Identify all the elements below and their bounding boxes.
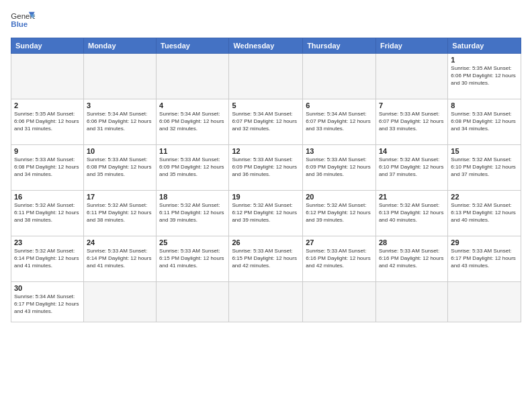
day-info: Sunrise: 5:33 AM Sunset: 6:16 PM Dayligh…: [379, 248, 445, 269]
day-number: 22: [451, 193, 518, 201]
calendar-cell: [157, 54, 229, 99]
day-number: 18: [159, 193, 226, 201]
day-number: 5: [232, 101, 300, 109]
calendar-cell: 27Sunrise: 5:33 AM Sunset: 6:16 PM Dayli…: [303, 236, 376, 282]
calendar-cell: 21Sunrise: 5:32 AM Sunset: 6:13 PM Dayli…: [375, 191, 447, 236]
calendar-cell: [375, 54, 447, 99]
day-info: Sunrise: 5:34 AM Sunset: 6:06 PM Dayligh…: [87, 111, 153, 132]
calendar-cell: 2Sunrise: 5:35 AM Sunset: 6:06 PM Daylig…: [11, 99, 84, 145]
calendar-cell: 19Sunrise: 5:32 AM Sunset: 6:12 PM Dayli…: [229, 191, 303, 236]
calendar-cell: 9Sunrise: 5:33 AM Sunset: 6:08 PM Daylig…: [11, 145, 84, 191]
day-number: 27: [306, 238, 373, 246]
day-info: Sunrise: 5:33 AM Sunset: 6:09 PM Dayligh…: [159, 156, 226, 178]
calendar-cell: [448, 282, 521, 322]
day-number: 14: [379, 147, 445, 155]
day-number: 7: [379, 101, 445, 109]
logo: General Blue: [11, 11, 35, 31]
calendar-cell: 14Sunrise: 5:32 AM Sunset: 6:10 PM Dayli…: [375, 145, 447, 191]
day-info: Sunrise: 5:32 AM Sunset: 6:12 PM Dayligh…: [232, 202, 300, 224]
calendar-week-row: 16Sunrise: 5:32 AM Sunset: 6:11 PM Dayli…: [11, 191, 521, 236]
calendar-cell: 23Sunrise: 5:32 AM Sunset: 6:14 PM Dayli…: [11, 236, 84, 282]
calendar-cell: [157, 282, 229, 322]
calendar-cell: 7Sunrise: 5:33 AM Sunset: 6:07 PM Daylig…: [375, 99, 447, 145]
day-info: Sunrise: 5:33 AM Sunset: 6:08 PM Dayligh…: [87, 156, 153, 178]
calendar-week-row: 2Sunrise: 5:35 AM Sunset: 6:06 PM Daylig…: [11, 99, 521, 145]
calendar-cell: 6Sunrise: 5:34 AM Sunset: 6:07 PM Daylig…: [303, 99, 376, 145]
day-number: 1: [451, 56, 518, 64]
calendar-cell: 26Sunrise: 5:33 AM Sunset: 6:15 PM Dayli…: [229, 236, 303, 282]
day-number: 21: [379, 193, 445, 201]
day-number: 13: [306, 147, 373, 155]
calendar-table: SundayMondayTuesdayWednesdayThursdayFrid…: [11, 38, 521, 322]
calendar-cell: 20Sunrise: 5:32 AM Sunset: 6:12 PM Dayli…: [303, 191, 376, 236]
calendar-cell: 22Sunrise: 5:32 AM Sunset: 6:13 PM Dayli…: [448, 191, 521, 236]
day-number: 2: [14, 101, 81, 109]
day-number: 25: [159, 238, 226, 246]
calendar-cell: 11Sunrise: 5:33 AM Sunset: 6:09 PM Dayli…: [157, 145, 229, 191]
day-number: 23: [14, 238, 81, 246]
day-number: 16: [14, 193, 81, 201]
day-number: 3: [87, 101, 153, 109]
day-info: Sunrise: 5:32 AM Sunset: 6:14 PM Dayligh…: [14, 248, 81, 269]
calendar-cell: [83, 54, 156, 99]
day-number: 17: [87, 193, 153, 201]
calendar-cell: [229, 282, 303, 322]
weekday-header-friday: Friday: [375, 38, 447, 54]
calendar-week-row: 9Sunrise: 5:33 AM Sunset: 6:08 PM Daylig…: [11, 145, 521, 191]
day-info: Sunrise: 5:34 AM Sunset: 6:07 PM Dayligh…: [306, 111, 373, 132]
calendar-cell: [83, 282, 156, 322]
calendar-cell: 10Sunrise: 5:33 AM Sunset: 6:08 PM Dayli…: [83, 145, 156, 191]
day-info: Sunrise: 5:33 AM Sunset: 6:14 PM Dayligh…: [87, 248, 153, 269]
day-info: Sunrise: 5:34 AM Sunset: 6:07 PM Dayligh…: [232, 111, 300, 132]
calendar-week-row: 30Sunrise: 5:34 AM Sunset: 6:17 PM Dayli…: [11, 282, 521, 322]
calendar-cell: [303, 54, 376, 99]
calendar-week-row: 1Sunrise: 5:35 AM Sunset: 6:06 PM Daylig…: [11, 54, 521, 99]
calendar-cell: 18Sunrise: 5:32 AM Sunset: 6:11 PM Dayli…: [157, 191, 229, 236]
calendar-cell: 8Sunrise: 5:33 AM Sunset: 6:08 PM Daylig…: [448, 99, 521, 145]
weekday-header-wednesday: Wednesday: [229, 38, 303, 54]
day-number: 19: [232, 193, 300, 201]
day-number: 26: [232, 238, 300, 246]
day-info: Sunrise: 5:33 AM Sunset: 6:09 PM Dayligh…: [306, 156, 373, 178]
header: General Blue: [11, 11, 521, 31]
page: General Blue SundayMondayTuesdayWednesda…: [0, 0, 532, 411]
generalblue-logo-icon: General Blue: [11, 11, 35, 31]
day-number: 4: [159, 101, 226, 109]
day-number: 10: [87, 147, 153, 155]
day-info: Sunrise: 5:32 AM Sunset: 6:12 PM Dayligh…: [306, 202, 373, 224]
day-number: 20: [306, 193, 373, 201]
calendar-cell: 25Sunrise: 5:33 AM Sunset: 6:15 PM Dayli…: [157, 236, 229, 282]
calendar-cell: 12Sunrise: 5:33 AM Sunset: 6:09 PM Dayli…: [229, 145, 303, 191]
day-number: 24: [87, 238, 153, 246]
day-info: Sunrise: 5:32 AM Sunset: 6:13 PM Dayligh…: [451, 202, 518, 224]
day-info: Sunrise: 5:33 AM Sunset: 6:15 PM Dayligh…: [232, 248, 300, 269]
calendar-cell: 17Sunrise: 5:32 AM Sunset: 6:11 PM Dayli…: [83, 191, 156, 236]
day-info: Sunrise: 5:34 AM Sunset: 6:06 PM Dayligh…: [159, 111, 226, 132]
weekday-header-row: SundayMondayTuesdayWednesdayThursdayFrid…: [11, 38, 521, 54]
calendar-cell: [375, 282, 447, 322]
day-info: Sunrise: 5:32 AM Sunset: 6:10 PM Dayligh…: [379, 156, 445, 178]
day-number: 30: [14, 284, 81, 292]
calendar-cell: 16Sunrise: 5:32 AM Sunset: 6:11 PM Dayli…: [11, 191, 84, 236]
day-info: Sunrise: 5:35 AM Sunset: 6:06 PM Dayligh…: [451, 65, 518, 87]
calendar-cell: 29Sunrise: 5:33 AM Sunset: 6:17 PM Dayli…: [448, 236, 521, 282]
weekday-header-monday: Monday: [83, 38, 156, 54]
day-number: 28: [379, 238, 445, 246]
day-number: 11: [159, 147, 226, 155]
day-number: 8: [451, 101, 518, 109]
day-number: 9: [14, 147, 81, 155]
weekday-header-thursday: Thursday: [303, 38, 376, 54]
calendar-cell: [11, 54, 84, 99]
day-info: Sunrise: 5:33 AM Sunset: 6:08 PM Dayligh…: [451, 111, 518, 132]
day-info: Sunrise: 5:32 AM Sunset: 6:10 PM Dayligh…: [451, 156, 518, 178]
day-number: 29: [451, 238, 518, 246]
weekday-header-sunday: Sunday: [11, 38, 84, 54]
calendar-cell: [303, 282, 376, 322]
day-info: Sunrise: 5:35 AM Sunset: 6:06 PM Dayligh…: [14, 111, 81, 132]
calendar-cell: 1Sunrise: 5:35 AM Sunset: 6:06 PM Daylig…: [448, 54, 521, 99]
calendar-week-row: 23Sunrise: 5:32 AM Sunset: 6:14 PM Dayli…: [11, 236, 521, 282]
day-info: Sunrise: 5:33 AM Sunset: 6:16 PM Dayligh…: [306, 248, 373, 269]
day-info: Sunrise: 5:33 AM Sunset: 6:08 PM Dayligh…: [14, 156, 81, 178]
calendar-cell: 28Sunrise: 5:33 AM Sunset: 6:16 PM Dayli…: [375, 236, 447, 282]
svg-text:Blue: Blue: [11, 20, 28, 28]
